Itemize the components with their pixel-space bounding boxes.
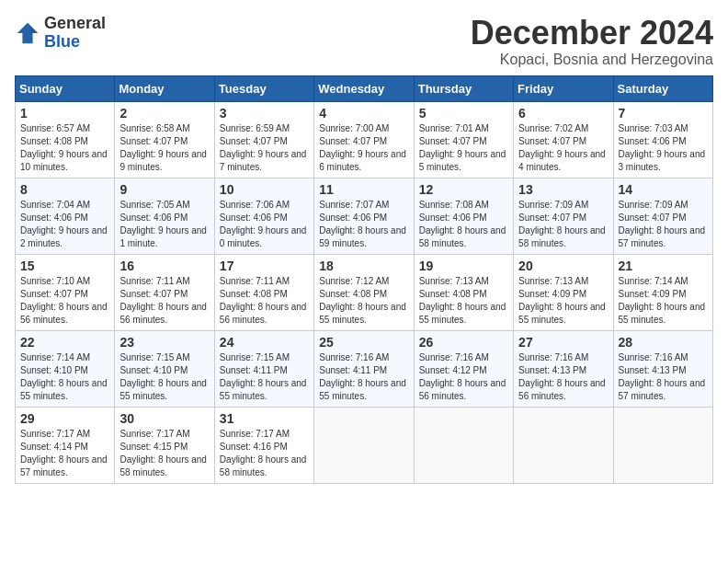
day-info: Sunrise: 7:02 AM Sunset: 4:07 PM Dayligh… (518, 122, 608, 174)
calendar-day-cell: 3 Sunrise: 6:59 AM Sunset: 4:07 PM Dayli… (214, 101, 313, 178)
calendar-day-cell: 15 Sunrise: 7:10 AM Sunset: 4:07 PM Dayl… (16, 254, 115, 330)
calendar-week-row: 8 Sunrise: 7:04 AM Sunset: 4:06 PM Dayli… (16, 178, 713, 254)
title-area: December 2024 Kopaci, Bosnia and Herzego… (471, 15, 713, 68)
day-info: Sunrise: 7:16 AM Sunset: 4:11 PM Dayligh… (319, 351, 408, 403)
day-number: 11 (319, 182, 408, 197)
calendar-day-cell: 9 Sunrise: 7:05 AM Sunset: 4:06 PM Dayli… (115, 178, 214, 254)
day-number: 22 (20, 335, 109, 350)
day-number: 9 (119, 182, 209, 197)
day-info: Sunrise: 7:03 AM Sunset: 4:06 PM Dayligh… (619, 122, 708, 174)
weekday-header: Tuesday (214, 75, 313, 101)
day-info: Sunrise: 7:09 AM Sunset: 4:07 PM Dayligh… (619, 199, 708, 250)
day-number: 24 (220, 335, 309, 350)
day-info: Sunrise: 7:15 AM Sunset: 4:10 PM Dayligh… (119, 351, 209, 403)
calendar-week-row: 22 Sunrise: 7:14 AM Sunset: 4:10 PM Dayl… (16, 330, 713, 407)
day-info: Sunrise: 7:00 AM Sunset: 4:07 PM Dayligh… (319, 122, 408, 174)
calendar-day-cell: 13 Sunrise: 7:09 AM Sunset: 4:07 PM Dayl… (514, 178, 613, 254)
calendar-day-cell: 6 Sunrise: 7:02 AM Sunset: 4:07 PM Dayli… (514, 101, 613, 178)
weekday-header: Friday (514, 75, 613, 101)
day-info: Sunrise: 7:10 AM Sunset: 4:07 PM Dayligh… (20, 275, 109, 327)
day-info: Sunrise: 7:14 AM Sunset: 4:10 PM Dayligh… (20, 351, 109, 403)
calendar-day-cell: 5 Sunrise: 7:01 AM Sunset: 4:07 PM Dayli… (414, 101, 513, 178)
day-number: 31 (220, 411, 309, 426)
day-number: 29 (20, 411, 109, 426)
day-info: Sunrise: 7:12 AM Sunset: 4:08 PM Dayligh… (319, 275, 408, 327)
calendar-day-cell: 20 Sunrise: 7:13 AM Sunset: 4:09 PM Dayl… (514, 254, 613, 330)
day-info: Sunrise: 7:17 AM Sunset: 4:14 PM Dayligh… (20, 428, 109, 479)
day-number: 1 (20, 106, 109, 121)
day-info: Sunrise: 7:07 AM Sunset: 4:06 PM Dayligh… (319, 199, 408, 250)
weekday-header: Monday (115, 75, 214, 101)
weekday-header: Sunday (16, 75, 115, 101)
logo-blue-text: Blue (44, 32, 80, 51)
calendar-day-cell: 11 Sunrise: 7:07 AM Sunset: 4:06 PM Dayl… (314, 178, 414, 254)
calendar-day-cell: 14 Sunrise: 7:09 AM Sunset: 4:07 PM Dayl… (613, 178, 712, 254)
day-info: Sunrise: 7:16 AM Sunset: 4:13 PM Dayligh… (518, 351, 608, 403)
day-number: 15 (20, 259, 109, 273)
calendar-day-cell: 21 Sunrise: 7:14 AM Sunset: 4:09 PM Dayl… (613, 254, 712, 330)
day-number: 4 (319, 106, 408, 121)
day-number: 13 (518, 182, 608, 197)
day-number: 21 (619, 259, 708, 273)
weekday-header: Wednesday (314, 75, 414, 101)
day-info: Sunrise: 7:16 AM Sunset: 4:12 PM Dayligh… (419, 351, 508, 403)
calendar-day-cell: 23 Sunrise: 7:15 AM Sunset: 4:10 PM Dayl… (115, 330, 214, 407)
day-number: 2 (119, 106, 209, 121)
calendar-day-cell: 26 Sunrise: 7:16 AM Sunset: 4:12 PM Dayl… (414, 330, 513, 407)
calendar-week-row: 15 Sunrise: 7:10 AM Sunset: 4:07 PM Dayl… (16, 254, 713, 330)
day-number: 30 (119, 411, 209, 426)
month-title: December 2024 (471, 15, 713, 52)
calendar-table: SundayMondayTuesdayWednesdayThursdayFrid… (15, 75, 713, 484)
day-number: 25 (319, 335, 408, 350)
calendar-day-cell: 22 Sunrise: 7:14 AM Sunset: 4:10 PM Dayl… (16, 330, 115, 407)
calendar-header-row: SundayMondayTuesdayWednesdayThursdayFrid… (16, 75, 713, 101)
day-number: 28 (619, 335, 708, 350)
calendar-week-row: 29 Sunrise: 7:17 AM Sunset: 4:14 PM Dayl… (16, 407, 713, 483)
weekday-header: Thursday (414, 75, 513, 101)
day-number: 8 (20, 182, 109, 197)
day-number: 12 (419, 182, 508, 197)
day-number: 10 (220, 182, 309, 197)
day-info: Sunrise: 7:05 AM Sunset: 4:06 PM Dayligh… (119, 199, 209, 250)
calendar-day-cell (314, 407, 414, 483)
page-header: General Blue December 2024 Kopaci, Bosni… (15, 15, 713, 68)
day-info: Sunrise: 7:01 AM Sunset: 4:07 PM Dayligh… (419, 122, 508, 174)
day-info: Sunrise: 7:06 AM Sunset: 4:06 PM Dayligh… (220, 199, 309, 250)
calendar-day-cell: 4 Sunrise: 7:00 AM Sunset: 4:07 PM Dayli… (314, 101, 414, 178)
day-number: 18 (319, 259, 408, 273)
day-info: Sunrise: 7:13 AM Sunset: 4:08 PM Dayligh… (419, 275, 508, 327)
calendar-day-cell: 10 Sunrise: 7:06 AM Sunset: 4:06 PM Dayl… (214, 178, 313, 254)
calendar-day-cell (514, 407, 613, 483)
logo-icon (15, 20, 40, 46)
day-number: 7 (619, 106, 708, 121)
calendar-day-cell: 28 Sunrise: 7:16 AM Sunset: 4:13 PM Dayl… (613, 330, 712, 407)
calendar-day-cell: 27 Sunrise: 7:16 AM Sunset: 4:13 PM Dayl… (514, 330, 613, 407)
weekday-header: Saturday (613, 75, 712, 101)
day-info: Sunrise: 6:57 AM Sunset: 4:08 PM Dayligh… (20, 122, 109, 174)
day-info: Sunrise: 7:08 AM Sunset: 4:06 PM Dayligh… (419, 199, 508, 250)
day-info: Sunrise: 7:13 AM Sunset: 4:09 PM Dayligh… (518, 275, 608, 327)
calendar-day-cell: 17 Sunrise: 7:11 AM Sunset: 4:08 PM Dayl… (214, 254, 313, 330)
day-number: 27 (518, 335, 608, 350)
day-number: 3 (220, 106, 309, 121)
calendar-day-cell: 1 Sunrise: 6:57 AM Sunset: 4:08 PM Dayli… (16, 101, 115, 178)
calendar-day-cell: 8 Sunrise: 7:04 AM Sunset: 4:06 PM Dayli… (16, 178, 115, 254)
day-info: Sunrise: 7:04 AM Sunset: 4:06 PM Dayligh… (20, 199, 109, 250)
calendar-day-cell: 25 Sunrise: 7:16 AM Sunset: 4:11 PM Dayl… (314, 330, 414, 407)
day-number: 20 (518, 259, 608, 273)
day-info: Sunrise: 7:14 AM Sunset: 4:09 PM Dayligh… (619, 275, 708, 327)
day-info: Sunrise: 7:15 AM Sunset: 4:11 PM Dayligh… (220, 351, 309, 403)
calendar-week-row: 1 Sunrise: 6:57 AM Sunset: 4:08 PM Dayli… (16, 101, 713, 178)
day-number: 17 (220, 259, 309, 273)
day-number: 16 (119, 259, 209, 273)
calendar-day-cell: 12 Sunrise: 7:08 AM Sunset: 4:06 PM Dayl… (414, 178, 513, 254)
location-subtitle: Kopaci, Bosnia and Herzegovina (471, 52, 713, 68)
day-number: 19 (419, 259, 508, 273)
calendar-day-cell: 16 Sunrise: 7:11 AM Sunset: 4:07 PM Dayl… (115, 254, 214, 330)
calendar-day-cell: 30 Sunrise: 7:17 AM Sunset: 4:15 PM Dayl… (115, 407, 214, 483)
calendar-day-cell: 18 Sunrise: 7:12 AM Sunset: 4:08 PM Dayl… (314, 254, 414, 330)
calendar-day-cell: 24 Sunrise: 7:15 AM Sunset: 4:11 PM Dayl… (214, 330, 313, 407)
calendar-day-cell: 19 Sunrise: 7:13 AM Sunset: 4:08 PM Dayl… (414, 254, 513, 330)
day-info: Sunrise: 7:17 AM Sunset: 4:15 PM Dayligh… (119, 428, 209, 479)
day-number: 26 (419, 335, 508, 350)
